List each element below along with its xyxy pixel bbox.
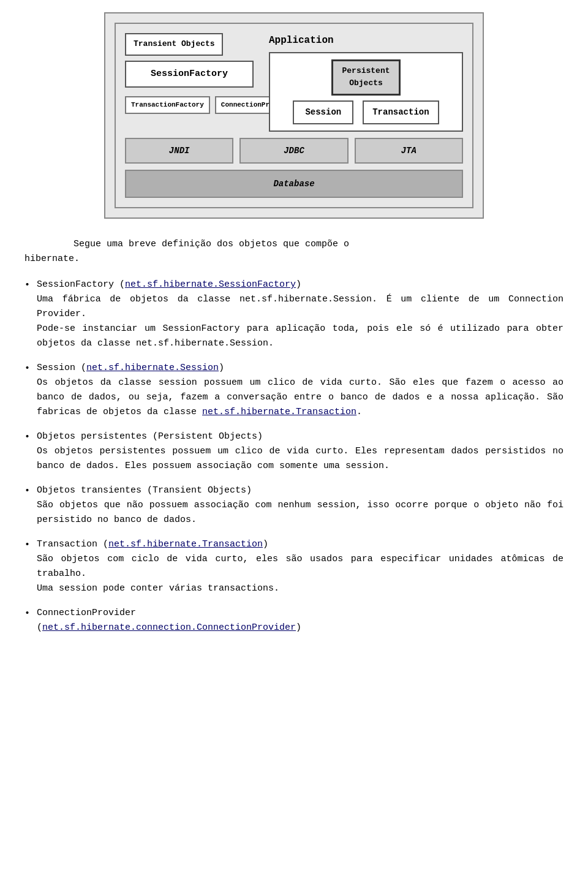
jndi-label: JNDI — [169, 146, 190, 156]
t-desc1: São objetos que não possuem associação c… — [37, 500, 564, 525]
middle-row: JNDI JDBC JTA — [125, 138, 463, 164]
p-title: Objetos persistentes (Persistent Objects… — [37, 431, 263, 442]
tr-link[interactable]: net.sf.hibernate.Transaction — [108, 539, 263, 550]
tr-paren: ) — [263, 539, 268, 550]
transaction-label: Transaction — [372, 107, 429, 117]
tr-desc1: São objetos com ciclo de vida curto, ele… — [37, 554, 564, 579]
bullet-dot-1: • — [24, 278, 37, 293]
s-period: . — [356, 407, 362, 417]
p-desc1: Os objetos persistentes possuem um clico… — [37, 446, 564, 471]
cp-paren-close: ) — [296, 622, 301, 633]
session-factory-box: SessionFactory — [125, 61, 254, 88]
persistent-objects-box: PersistentObjects — [331, 59, 400, 96]
bullet-3-content: Objetos persistentes (Persistent Objects… — [37, 429, 564, 474]
page-content: Transient Objects SessionFactory Transac… — [24, 12, 564, 635]
bullet-dot-6: • — [24, 607, 37, 621]
small-boxes-row: TransactionFactory ConnectionProvider — [125, 96, 260, 115]
transaction-factory-label: TransactionFactory — [131, 101, 204, 108]
intro-lines: Segue uma breve definição dos objetos qu… — [24, 237, 564, 252]
database-row: Database — [125, 170, 463, 198]
transient-objects-label: Transient Objects — [134, 39, 215, 48]
bullet-2-content: Session (net.sf.hibernate.Session) Os ob… — [37, 361, 564, 420]
diagram-inner: Transient Objects SessionFactory Transac… — [115, 23, 473, 208]
sf-paren: ) — [296, 279, 301, 290]
bullet-dot-5: • — [24, 538, 37, 553]
persistent-objects-label: PersistentObjects — [342, 66, 390, 88]
s-paren: ) — [219, 363, 224, 373]
session-box: Session — [293, 100, 353, 124]
bullet-persistent: • Objetos persistentes (Persistent Objec… — [24, 429, 564, 474]
bullet-transient: • Objetos transientes (Transient Objects… — [24, 483, 564, 527]
transaction-factory-box: TransactionFactory — [125, 96, 210, 115]
sf-title: SessionFactory ( — [37, 279, 125, 290]
jdbc-box: JDBC — [239, 138, 348, 164]
bullet-transaction: • Transaction (net.sf.hibernate.Transact… — [24, 537, 564, 596]
sf-link[interactable]: net.sf.hibernate.SessionFactory — [125, 279, 296, 290]
bullet-5-content: Transaction (net.sf.hibernate.Transactio… — [37, 537, 564, 596]
transient-objects-box: Transient Objects — [125, 33, 223, 56]
session-transaction-row: Session Transaction — [293, 100, 439, 124]
diagram-container: Transient Objects SessionFactory Transac… — [24, 12, 564, 219]
intro-line1: Segue uma breve definição dos objetos qu… — [74, 239, 349, 249]
cp-title: ConnectionProvider — [37, 608, 136, 618]
jndi-box: JNDI — [125, 138, 233, 164]
database-box: Database — [125, 170, 463, 198]
session-label: Session — [305, 107, 341, 117]
tr-desc2: Uma session pode conter várias transacti… — [37, 583, 279, 594]
cp-paren-open: ( — [37, 622, 42, 633]
sf-desc2: Pode-se instanciar um SessionFactory par… — [37, 323, 564, 349]
s-link[interactable]: net.sf.hibernate.Session — [86, 363, 219, 373]
bullet-dot-4: • — [24, 484, 37, 499]
database-label: Database — [273, 179, 314, 189]
sf-desc1: Uma fábrica de objetos da classe net.sf.… — [37, 294, 564, 319]
architecture-diagram: Transient Objects SessionFactory Transac… — [104, 12, 484, 219]
session-factory-label: SessionFactory — [151, 69, 228, 79]
bullet-6-content: ConnectionProvider (net.sf.hibernate.con… — [37, 606, 564, 635]
hibernate-word: hibernate. — [24, 252, 80, 266]
bullet-session: • Session (net.sf.hibernate.Session) Os … — [24, 361, 564, 420]
intro-paragraph: Segue uma breve definição dos objetos qu… — [24, 237, 564, 266]
jta-label: JTA — [401, 146, 417, 156]
bullet-1-content: SessionFactory (net.sf.hibernate.Session… — [37, 278, 564, 351]
bullet-connection-provider: • ConnectionProvider (net.sf.hibernate.c… — [24, 606, 564, 635]
tr-title: Transaction ( — [37, 539, 108, 550]
intro-line2-row: hibernate. — [24, 252, 564, 266]
t-title: Objetos transientes (Transient Objects) — [37, 485, 252, 496]
application-area: PersistentObjects Session Transaction — [269, 52, 463, 132]
jta-box: JTA — [355, 138, 463, 164]
jdbc-label: JDBC — [284, 146, 304, 156]
bullet-session-factory: • SessionFactory (net.sf.hibernate.Sessi… — [24, 278, 564, 351]
cp-link[interactable]: net.sf.hibernate.connection.ConnectionPr… — [42, 622, 296, 633]
transaction-box: Transaction — [363, 100, 439, 124]
bullet-4-content: Objetos transientes (Transient Objects) … — [37, 483, 564, 527]
intro-text: Segue uma breve definição dos objetos qu… — [24, 237, 564, 252]
s-link2[interactable]: net.sf.hibernate.Transaction — [202, 407, 356, 417]
bullet-dot-3: • — [24, 430, 37, 445]
s-title: Session ( — [37, 363, 86, 373]
bullet-dot-2: • — [24, 361, 37, 376]
application-label: Application — [269, 33, 463, 49]
